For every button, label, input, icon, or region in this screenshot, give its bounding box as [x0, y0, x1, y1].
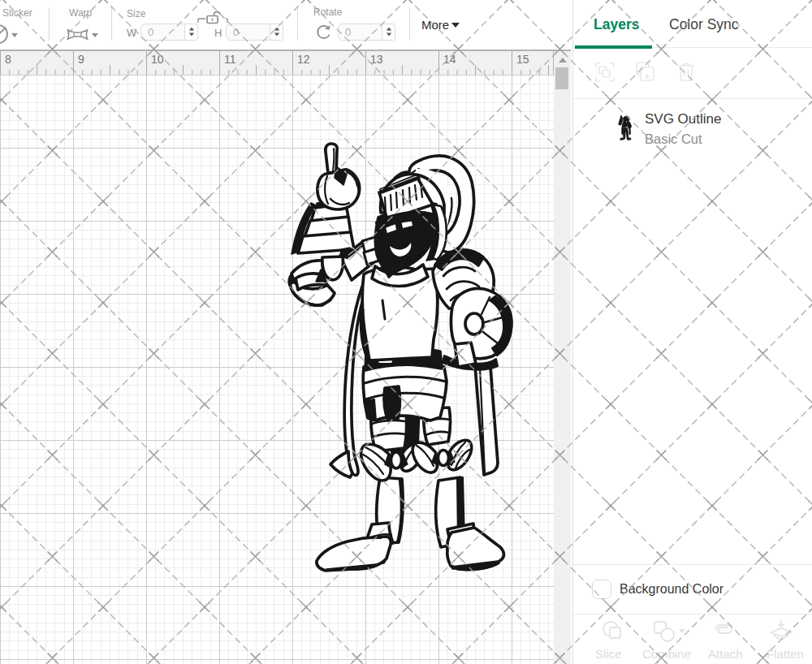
svg-text:11: 11: [224, 53, 236, 66]
svg-text:14: 14: [443, 53, 456, 66]
svg-text:13: 13: [370, 53, 383, 66]
svg-text:9: 9: [78, 53, 84, 66]
svg-text:10: 10: [151, 53, 164, 66]
svg-text:15: 15: [516, 53, 529, 66]
svg-text:8: 8: [5, 53, 11, 66]
svg-text:12: 12: [297, 53, 310, 66]
